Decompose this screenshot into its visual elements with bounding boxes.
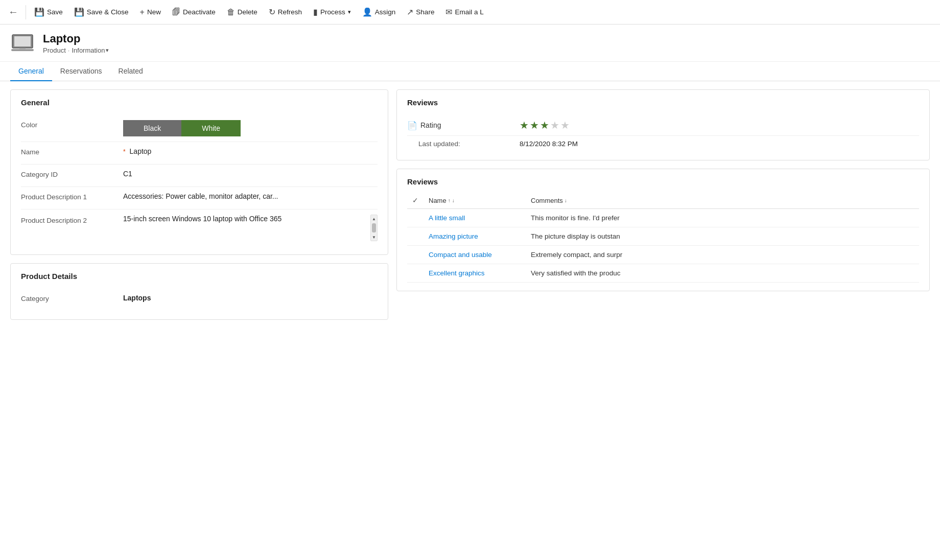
star-5: ★ — [560, 119, 570, 131]
review-name-link[interactable]: A little small — [429, 214, 465, 222]
category-value: Laptops — [123, 294, 378, 302]
reviews-table-title: Reviews — [407, 177, 919, 186]
left-column: General Color Black White Name * L — [10, 89, 388, 551]
save-close-icon: 💾 — [74, 7, 84, 17]
share-button[interactable]: ↗ Share — [402, 4, 439, 20]
new-button[interactable]: + New — [135, 5, 166, 20]
tabs-bar: General Reservations Related — [0, 62, 940, 81]
required-star: * — [123, 148, 126, 155]
color-value: Black White — [123, 120, 378, 136]
desc1-field-row: Product Description 1 Accessories: Power… — [21, 187, 378, 209]
toolbar: ← 💾 Save 💾 Save & Close + New 🗐 Deactiva… — [0, 0, 940, 25]
review-comment-cell: Extremely compact, and surpr — [526, 246, 919, 264]
review-name-cell: A little small — [424, 209, 526, 227]
record-header: Laptop Product · Information ▾ — [0, 25, 940, 62]
star-1: ★ — [520, 119, 529, 131]
product-details-card-title: Product Details — [21, 272, 378, 281]
star-2: ★ — [530, 119, 539, 131]
assign-button[interactable]: 👤 Assign — [357, 4, 401, 20]
review-name-cell: Amazing picture — [424, 227, 526, 246]
record-title: Laptop — [43, 32, 109, 45]
new-icon: + — [140, 8, 145, 17]
category-id-value: C1 — [123, 170, 378, 178]
process-icon: ▮ — [313, 7, 318, 17]
save-icon: 💾 — [34, 7, 44, 17]
review-name-link[interactable]: Excellent graphics — [429, 269, 485, 277]
breadcrumb-current[interactable]: Information ▾ — [72, 46, 109, 54]
sort-down-icon[interactable]: ↓ — [452, 198, 455, 203]
last-updated-value: 8/12/2020 8:32 PM — [520, 140, 578, 148]
breadcrumb: Product · Information ▾ — [43, 46, 109, 54]
sort-up-icon[interactable]: ↑ — [448, 198, 451, 203]
reviews-rating-card: Reviews 📄 Rating ★ ★ ★ ★ ★ Last updated:… — [396, 89, 930, 160]
save-close-button[interactable]: 💾 Save & Close — [69, 4, 134, 20]
rating-icon: 📄 — [407, 121, 417, 130]
svg-rect-1 — [14, 36, 31, 46]
th-name[interactable]: Name ↑ ↓ — [424, 192, 526, 209]
back-button[interactable]: ← — [4, 4, 22, 20]
tab-reservations[interactable]: Reservations — [52, 62, 110, 81]
stars: ★ ★ ★ ★ ★ — [520, 119, 570, 131]
main-content: General Color Black White Name * L — [0, 81, 940, 559]
save-button[interactable]: 💾 Save — [29, 4, 68, 20]
table-row: Compact and usable Extremely compact, an… — [407, 246, 919, 264]
delete-button[interactable]: 🗑 Delete — [222, 5, 263, 20]
color-toggle: Black White — [123, 120, 378, 136]
desc2-scrollbar[interactable]: ▲ ▼ — [370, 215, 378, 241]
review-name-cell: Excellent graphics — [424, 264, 526, 283]
desc2-value: 15-inch screen Windows 10 laptop with Of… — [123, 215, 378, 241]
review-name-link[interactable]: Compact and usable — [429, 251, 492, 259]
general-card: General Color Black White Name * L — [10, 89, 388, 255]
record-icon — [10, 31, 35, 55]
assign-icon: 👤 — [362, 7, 372, 17]
svg-rect-3 — [19, 48, 26, 50]
reviews-table-card: Reviews ✓ Name ↑ ↓ — [396, 169, 930, 291]
last-updated-row: Last updated: 8/12/2020 8:32 PM — [407, 136, 919, 152]
desc1-value: Accessories: Power cable, monitor adapte… — [123, 192, 378, 200]
breadcrumb-parent[interactable]: Product — [43, 46, 66, 54]
right-column: Reviews 📄 Rating ★ ★ ★ ★ ★ Last updated:… — [396, 89, 930, 551]
row-check-cell — [407, 264, 424, 283]
name-value: * Laptop — [123, 147, 378, 155]
record-title-area: Laptop Product · Information ▾ — [43, 32, 109, 54]
th-comments[interactable]: Comments ↓ — [526, 192, 919, 209]
general-card-title: General — [21, 98, 378, 107]
color-field-row: Color Black White — [21, 115, 378, 142]
review-name-link[interactable]: Amazing picture — [429, 232, 478, 240]
row-check-cell — [407, 246, 424, 264]
email-icon: ✉ — [445, 7, 452, 17]
desc1-label: Product Description 1 — [21, 192, 123, 201]
table-row: Excellent graphics Very satisfied with t… — [407, 264, 919, 283]
name-field-row: Name * Laptop — [21, 142, 378, 165]
reviews-rating-title: Reviews — [407, 98, 919, 107]
review-comment-cell: The picture display is outstan — [526, 227, 919, 246]
delete-icon: 🗑 — [227, 8, 235, 17]
tab-related[interactable]: Related — [110, 62, 151, 81]
desc2-field-row: Product Description 2 15-inch screen Win… — [21, 209, 378, 246]
color-label: Color — [21, 120, 123, 129]
rating-label-area: 📄 Rating — [407, 121, 520, 130]
deactivate-icon: 🗐 — [172, 8, 180, 17]
category-field-row: Category Laptops — [21, 289, 378, 311]
email-button[interactable]: ✉ Email a L — [440, 4, 488, 20]
comments-sort-icon[interactable]: ↓ — [565, 198, 567, 203]
color-black-button[interactable]: Black — [123, 120, 181, 136]
tab-general[interactable]: General — [10, 62, 52, 81]
process-button[interactable]: ▮ Process ▾ — [308, 4, 356, 20]
reviews-table: ✓ Name ↑ ↓ Comments — [407, 192, 919, 283]
category-id-field-row: Category ID C1 — [21, 165, 378, 187]
color-white-button[interactable]: White — [181, 120, 241, 136]
refresh-button[interactable]: ↻ Refresh — [264, 4, 307, 20]
name-label: Name — [21, 147, 123, 156]
scroll-up-arrow[interactable]: ▲ — [371, 215, 377, 222]
back-icon: ← — [8, 6, 18, 18]
last-updated-label: Last updated: — [407, 140, 520, 148]
deactivate-button[interactable]: 🗐 Deactivate — [167, 5, 221, 20]
header-checkmark[interactable]: ✓ — [412, 196, 418, 204]
scroll-down-arrow[interactable]: ▼ — [371, 234, 377, 241]
table-row: Amazing picture The picture display is o… — [407, 227, 919, 246]
divider-1 — [26, 5, 26, 19]
row-check-cell — [407, 209, 424, 227]
breadcrumb-chevron-icon: ▾ — [106, 47, 109, 54]
process-dropdown-icon: ▾ — [348, 9, 351, 15]
